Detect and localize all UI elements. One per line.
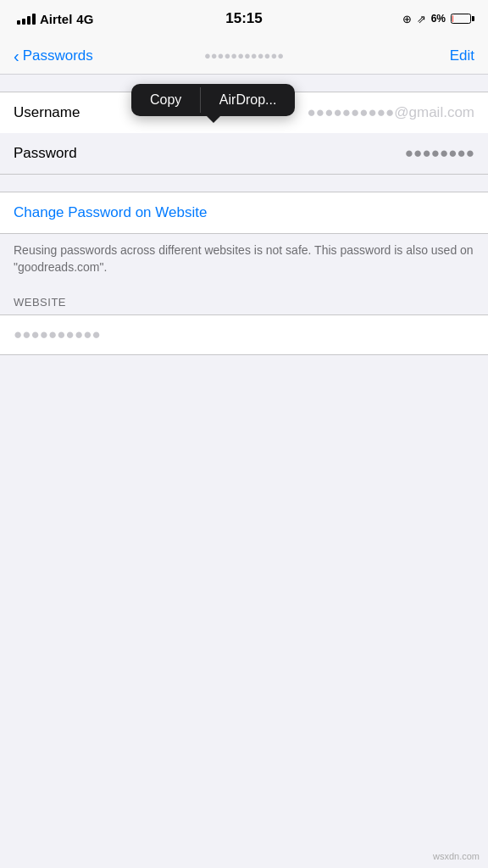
password-label: Password [14, 145, 98, 162]
back-label: Passwords [23, 47, 93, 64]
airdrop-button[interactable]: AirDrop... [201, 84, 296, 116]
website-section-content: ●●●●●●●●●● [0, 314, 488, 355]
website-section-label: WEBSITE [14, 296, 66, 309]
airdrop-icon: ⇗ [417, 13, 426, 25]
warning-section: Reusing passwords across different websi… [0, 234, 488, 289]
username-label: Username [14, 104, 98, 121]
password-value: ●●●●●●●● [98, 145, 474, 162]
website-section-header: WEBSITE [0, 289, 488, 314]
location-icon: ⊕ [402, 13, 412, 25]
context-menu-popup: Copy AirDrop... [131, 84, 295, 116]
battery-percent: 6% [431, 13, 446, 25]
credentials-section: Username ●●●●●●●●●●@gmail.com Copy AirDr… [0, 92, 488, 175]
page-title: ●●●●●●●●●●●● [204, 49, 284, 62]
back-button[interactable]: ‹ Passwords [14, 47, 93, 64]
carrier-name: Airtel [40, 12, 72, 26]
chevron-left-icon: ‹ [14, 47, 19, 64]
battery-icon [451, 14, 471, 24]
warning-text: Reusing passwords across different websi… [14, 242, 474, 275]
watermark: wsxdn.com [433, 851, 480, 861]
bottom-empty-area [0, 355, 488, 694]
copy-button[interactable]: Copy [131, 84, 200, 116]
password-row[interactable]: Password ●●●●●●●● [0, 133, 488, 174]
status-icons: ⊕ ⇗ 6% [402, 13, 471, 25]
navigation-bar: ‹ Passwords ●●●●●●●●●●●● Edit [0, 37, 488, 75]
username-row[interactable]: Username ●●●●●●●●●●@gmail.com Copy AirDr… [0, 92, 488, 133]
status-time: 15:15 [225, 10, 262, 27]
edit-button[interactable]: Edit [450, 47, 474, 64]
signal-icon [17, 14, 36, 25]
network-type: 4G [76, 12, 93, 26]
change-password-button[interactable]: Change Password on Website [14, 204, 207, 220]
website-value: ●●●●●●●●●● [14, 326, 101, 342]
carrier-info: Airtel 4G [17, 12, 93, 26]
change-password-section: Change Password on Website [0, 192, 488, 234]
content-area: Username ●●●●●●●●●●@gmail.com Copy AirDr… [0, 75, 488, 694]
status-bar: Airtel 4G 15:15 ⊕ ⇗ 6% [0, 0, 488, 37]
